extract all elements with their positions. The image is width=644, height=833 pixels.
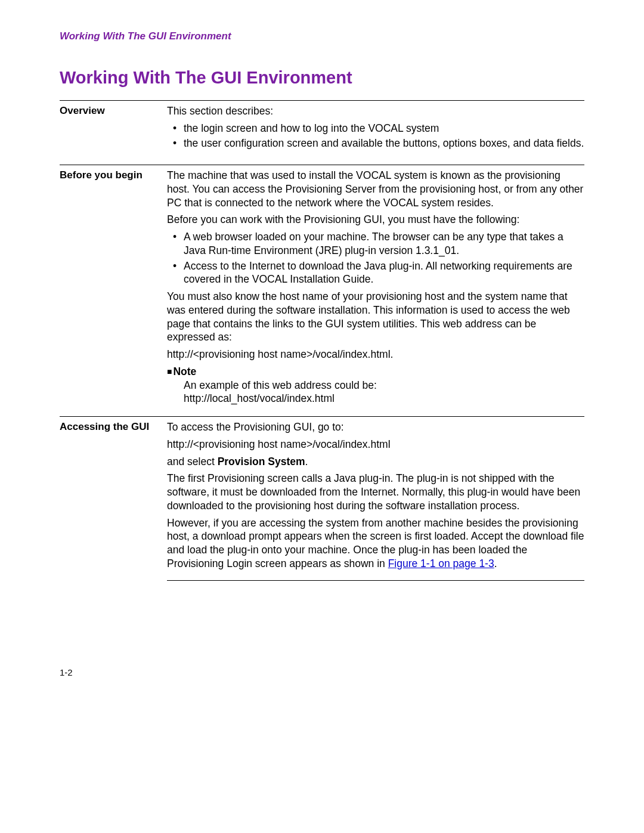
note-heading: Note xyxy=(167,366,196,377)
accessing-p2: http://<provisioning host name>/vocal/in… xyxy=(167,438,584,451)
accessing-p5: However, if you are accessing the system… xyxy=(167,516,584,571)
list-item: Access to the Internet to download the J… xyxy=(184,259,584,287)
note-line2: http://local_host/vocal/index.html xyxy=(184,392,335,404)
list-item: the user configuration screen and availa… xyxy=(184,137,584,150)
section-label-accessing: Accessing the GUI xyxy=(60,420,167,581)
note-block: Note An example of this web address coul… xyxy=(167,365,584,405)
section-overview: Overview This section describes: the log… xyxy=(60,100,584,154)
running-header: Working With The GUI Environment xyxy=(60,30,584,43)
before-bullets: A web browser loaded on your machine. Th… xyxy=(167,230,584,286)
section-body-accessing: To access the Provisioning GUI, go to: h… xyxy=(167,420,584,581)
accessing-p4: The first Provisioning screen calls a Ja… xyxy=(167,472,584,512)
list-item: A web browser loaded on your machine. Th… xyxy=(184,230,584,258)
list-item: the login screen and how to log into the… xyxy=(184,122,584,135)
before-p4: http://<provisioning host name>/vocal/in… xyxy=(167,348,584,361)
section-label-before: Before you begin xyxy=(60,169,167,405)
section-divider xyxy=(167,580,584,581)
page-title: Working With The GUI Environment xyxy=(60,67,584,89)
section-label-overview: Overview xyxy=(60,104,167,154)
note-line1: An example of this web address could be: xyxy=(184,379,377,391)
accessing-p1: To access the Provisioning GUI, go to: xyxy=(167,420,584,434)
provision-system-label: Provision System xyxy=(218,456,305,467)
overview-intro: This section describes: xyxy=(167,104,584,118)
page-number: 1-2 xyxy=(60,667,73,679)
before-p2: Before you can work with the Provisionin… xyxy=(167,213,584,227)
section-before-you-begin: Before you begin The machine that was us… xyxy=(60,165,584,405)
section-accessing-gui: Accessing the GUI To access the Provisio… xyxy=(60,416,584,581)
accessing-p3c: . xyxy=(305,456,308,467)
accessing-p3a: and select xyxy=(167,456,218,467)
figure-link[interactable]: Figure 1-1 on page 1-3 xyxy=(388,558,494,569)
section-body-before: The machine that was used to install the… xyxy=(167,169,584,405)
overview-bullets: the login screen and how to log into the… xyxy=(167,122,584,151)
note-body: An example of this web address could be:… xyxy=(184,379,584,406)
accessing-p5a: However, if you are accessing the system… xyxy=(167,517,584,569)
before-p3: You must also know the host name of your… xyxy=(167,290,584,344)
before-p1: The machine that was used to install the… xyxy=(167,169,584,209)
accessing-p5b: . xyxy=(494,558,497,569)
accessing-p3: and select Provision System. xyxy=(167,455,584,469)
section-body-overview: This section describes: the login screen… xyxy=(167,104,584,154)
